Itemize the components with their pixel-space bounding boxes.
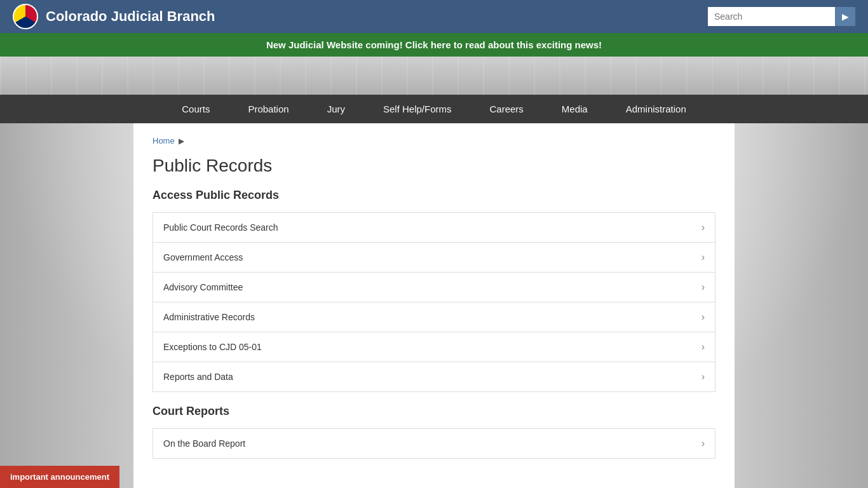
site-title: Colorado Judicial Branch [46,8,215,25]
announcement-text: New Judicial Website coming! Click here … [266,39,602,50]
court-reports-heading: Court Reports [153,405,715,421]
site-header: Colorado Judicial Branch ▶ [0,0,868,33]
record-item-label: Advisory Committee [163,282,243,292]
chevron-right-icon: › [702,341,705,353]
page-title: Public Records [153,156,715,176]
chevron-right-icon: › [702,371,705,383]
search-arrow-icon: ▶ [842,11,849,22]
left-column [0,123,133,488]
main-content: Home ▶ Public Records Access Public Reco… [133,123,735,488]
hero-image [0,57,868,95]
access-records-heading: Access Public Records [153,189,715,205]
record-item-exceptions-cjd[interactable]: Exceptions to CJD 05-01 › [153,332,715,362]
chevron-right-icon: › [702,252,705,263]
chevron-right-icon: › [702,222,705,233]
logo-area: Colorado Judicial Branch [13,4,215,29]
record-item-label: On the Board Report [163,438,245,449]
page-wrapper: Home ▶ Public Records Access Public Reco… [0,123,868,488]
search-input[interactable] [708,7,835,26]
record-item-administrative-records[interactable]: Administrative Records › [153,302,715,332]
search-button[interactable]: ▶ [835,7,855,26]
nav-item-probation[interactable]: Probation [229,95,308,123]
record-item-label: Exceptions to CJD 05-01 [163,342,262,352]
important-announcement-button[interactable]: important announcement [0,466,119,488]
nav-item-self-help[interactable]: Self Help/Forms [364,95,471,123]
court-reports-section: Court Reports On the Board Report › [153,405,715,459]
main-nav: Courts Probation Jury Self Help/Forms Ca… [0,95,868,123]
record-item-government-access[interactable]: Government Access › [153,242,715,272]
search-area: ▶ [708,7,855,26]
nav-item-administration[interactable]: Administration [607,95,705,123]
record-item-on-board-report[interactable]: On the Board Report › [153,428,715,459]
record-item-label: Administrative Records [163,312,255,322]
record-item-public-court[interactable]: Public Court Records Search › [153,212,715,242]
nav-item-courts[interactable]: Courts [163,95,229,123]
access-records-list: Public Court Records Search › Government… [153,212,715,392]
breadcrumb-arrow-icon: ▶ [179,137,184,146]
record-item-label: Reports and Data [163,372,233,382]
announcement-bar[interactable]: New Judicial Website coming! Click here … [0,33,868,57]
site-logo [13,4,38,29]
record-item-label: Government Access [163,252,243,262]
record-item-reports-data[interactable]: Reports and Data › [153,362,715,392]
court-reports-list: On the Board Report › [153,428,715,459]
nav-item-careers[interactable]: Careers [471,95,543,123]
chevron-right-icon: › [702,281,705,293]
breadcrumb-home[interactable]: Home [153,136,175,146]
record-item-label: Public Court Records Search [163,222,278,233]
nav-item-jury[interactable]: Jury [308,95,364,123]
right-column [735,123,868,488]
breadcrumb: Home ▶ [153,136,715,146]
record-item-advisory-committee[interactable]: Advisory Committee › [153,272,715,302]
chevron-right-icon: › [702,438,705,449]
chevron-right-icon: › [702,311,705,323]
nav-item-media[interactable]: Media [543,95,607,123]
important-announcement-label: important announcement [10,472,109,482]
